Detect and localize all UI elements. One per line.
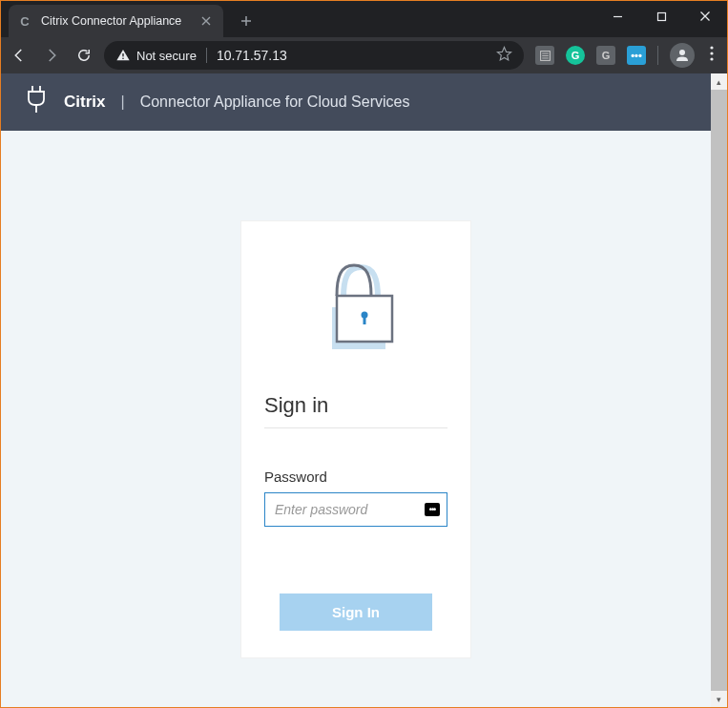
new-tab-button[interactable] <box>233 8 260 34</box>
toolbar-separator <box>657 46 658 65</box>
close-tab-icon[interactable] <box>198 13 214 29</box>
password-field-wrap: ••• <box>264 492 447 527</box>
page-header: Citrix | Connector Appliance for Cloud S… <box>1 73 711 131</box>
extension-grammarly-icon[interactable]: G <box>566 46 585 65</box>
extension-google-icon[interactable]: G <box>596 46 615 65</box>
browser-toolbar: Not secure 10.71.57.13 G G ••• <box>1 37 727 73</box>
window-controls <box>595 1 727 31</box>
bookmark-star-icon[interactable] <box>496 46 512 66</box>
browser-tab[interactable]: C Citrix Connector Appliance <box>9 5 223 37</box>
divider <box>264 427 447 428</box>
scroll-down-arrow[interactable]: ▾ <box>711 691 727 707</box>
svg-point-4 <box>679 50 685 55</box>
omnibox-separator <box>206 48 207 63</box>
profile-avatar[interactable] <box>670 43 695 68</box>
scrollbar-thumb[interactable] <box>711 90 727 691</box>
address-bar[interactable]: Not secure 10.71.57.13 <box>104 41 524 70</box>
svg-rect-1 <box>122 53 123 56</box>
maximize-button[interactable] <box>639 1 683 31</box>
back-button[interactable] <box>10 47 28 64</box>
lock-illustration <box>264 250 447 355</box>
browser-menu-button[interactable] <box>706 46 718 65</box>
scroll-up-arrow[interactable]: ▴ <box>711 73 727 90</box>
minimize-button[interactable] <box>595 1 639 31</box>
browser-chrome: C Citrix Connector Appliance <box>1 1 727 73</box>
extension-reader-icon[interactable] <box>535 46 554 65</box>
svg-rect-2 <box>122 58 123 59</box>
security-indicator[interactable]: Not secure <box>115 48 197 63</box>
extension-lastpass-icon[interactable]: ••• <box>627 46 646 65</box>
close-window-button[interactable] <box>683 1 727 31</box>
url-text: 10.71.57.13 <box>217 48 287 63</box>
titlebar: C Citrix Connector Appliance <box>1 1 727 37</box>
content-area: Citrix | Connector Appliance for Cloud S… <box>1 73 727 707</box>
svg-point-6 <box>710 52 713 54</box>
signin-button[interactable]: Sign In <box>280 593 432 631</box>
password-label: Password <box>264 469 447 485</box>
brand-separator: | <box>120 94 124 111</box>
svg-point-7 <box>710 57 713 60</box>
login-card: Sign in Password ••• Sign In <box>241 221 470 657</box>
svg-point-5 <box>710 46 713 49</box>
forward-button[interactable] <box>43 47 60 64</box>
brand-name: Citrix <box>64 93 105 112</box>
extension-icons: G G ••• <box>535 43 718 68</box>
favicon-citrix: C <box>16 12 33 30</box>
password-manager-icon[interactable]: ••• <box>425 503 440 516</box>
page: Citrix | Connector Appliance for Cloud S… <box>1 73 711 707</box>
reload-button[interactable] <box>75 47 93 64</box>
warning-icon <box>115 48 131 63</box>
svg-rect-0 <box>657 12 665 20</box>
nav-buttons <box>10 47 93 64</box>
header-subtitle: Connector Appliance for Cloud Services <box>140 94 410 111</box>
tab-title: Citrix Connector Appliance <box>41 14 191 28</box>
signin-heading: Sign in <box>264 393 447 418</box>
svg-rect-11 <box>364 315 366 324</box>
plug-icon <box>24 84 49 120</box>
password-input[interactable] <box>264 492 447 527</box>
security-label: Not secure <box>136 49 197 63</box>
vertical-scrollbar[interactable]: ▴ ▾ <box>711 73 727 707</box>
